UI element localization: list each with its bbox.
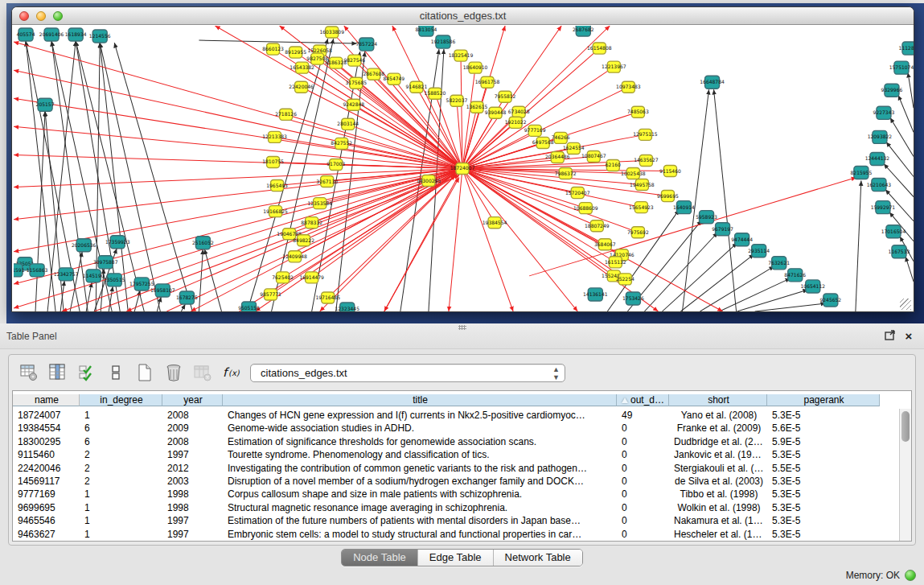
citation-graph[interactable]: 8660123891295515226058982750881863289827… — [14, 26, 914, 311]
cell-in_degree[interactable]: 2 — [80, 475, 162, 488]
cell-name[interactable]: 9699695 — [13, 501, 80, 514]
cited-node[interactable]: 917003 — [326, 159, 345, 170]
cited-node[interactable]: 8427552 — [331, 138, 352, 149]
close-panel-icon[interactable]: × — [901, 329, 916, 344]
cell-title[interactable]: Genome-wide association studies in ADHD. — [223, 422, 617, 435]
paper-node[interactable]: 12093822 — [868, 130, 893, 143]
cell-pagerank[interactable]: 5.3E-5 — [767, 488, 880, 501]
cited-node[interactable]: 1615132 — [605, 257, 626, 268]
paper-node[interactable]: 9474444 — [731, 233, 753, 246]
cell-year[interactable]: 1997 — [162, 528, 223, 541]
cell-pagerank[interactable]: 5.3E-5 — [767, 501, 880, 514]
paper-node[interactable]: 8813054 — [416, 26, 437, 36]
cell-title[interactable]: Estimation of the future numbers of pati… — [223, 514, 617, 527]
paper-node[interactable]: 9227343 — [873, 106, 895, 119]
column-header-name[interactable]: name — [13, 394, 80, 406]
cited-node[interactable]: 22420046 — [289, 81, 314, 93]
vertical-scrollbar[interactable] — [899, 409, 911, 541]
cell-out_de[interactable]: 0 — [617, 422, 669, 435]
citation-edge[interactable] — [714, 89, 737, 311]
cited-node[interactable]: 7955812 — [495, 91, 516, 102]
citation-edge[interactable] — [908, 72, 914, 108]
cell-in_degree[interactable]: 1 — [80, 501, 162, 514]
column-header-short[interactable]: short — [669, 394, 767, 406]
citation-edge[interactable] — [700, 266, 774, 311]
citation-edge[interactable] — [204, 249, 221, 311]
citation-edge[interactable] — [737, 290, 808, 311]
cited-node[interactable]: 2803144 — [337, 118, 359, 130]
cited-node[interactable]: 1921022 — [505, 117, 527, 128]
cell-title[interactable]: Disruption of a novel member of a sodium… — [223, 475, 617, 488]
cited-node[interactable]: 18640910 — [463, 62, 488, 73]
cell-name[interactable]: 9463627 — [13, 528, 80, 541]
citation-edge[interactable] — [14, 169, 462, 284]
cited-node[interactable]: 12409948 — [282, 251, 307, 262]
cited-node[interactable]: 1624554 — [563, 142, 585, 154]
citation-edge[interactable] — [906, 257, 914, 282]
cell-name[interactable]: 9465546 — [13, 514, 80, 527]
citation-edge[interactable] — [644, 233, 717, 311]
cell-in_degree[interactable]: 2 — [80, 462, 162, 475]
paper-node[interactable]: 20691406 — [39, 28, 64, 41]
paper-node[interactable]: 9329966 — [881, 84, 903, 97]
paper-node[interactable]: 2516052 — [192, 237, 214, 249]
cell-title[interactable]: Corpus callosum shape and size in male p… — [223, 488, 617, 501]
cited-node[interactable]: 6497568 — [532, 137, 554, 148]
table-row[interactable]: 911546021997Tourette syndrome. Phenomeno… — [13, 448, 911, 461]
cell-in_degree[interactable]: 2 — [80, 448, 162, 461]
paper-node[interactable]: 1640914 — [673, 201, 695, 214]
paper-node[interactable]: 16648784 — [700, 76, 725, 89]
cited-node[interactable]: 10688609 — [573, 203, 598, 214]
cell-short[interactable]: Stergiakouli et al. (2012) — [669, 462, 767, 475]
cited-node[interactable]: 9857771 — [260, 289, 281, 300]
cell-name[interactable]: 19384554 — [13, 422, 80, 435]
citation-edge[interactable] — [181, 304, 185, 311]
cell-short[interactable]: Franke et al. (2009) — [669, 422, 767, 435]
cell-pagerank[interactable]: 5.3E-5 — [767, 409, 880, 422]
cell-title[interactable]: Embryonic stem cells: a model to study s… — [223, 528, 617, 541]
table-row[interactable]: 969969511998Structural magnetic resonanc… — [13, 501, 911, 514]
cited-node[interactable]: 16961758 — [475, 76, 500, 88]
delete-rows-icon[interactable] — [163, 362, 184, 383]
cited-node[interactable]: 3684067 — [594, 239, 616, 250]
float-panel-icon[interactable] — [884, 329, 898, 344]
cell-short[interactable]: de Silva et al. (2003) — [669, 475, 767, 488]
cell-in_degree[interactable]: 1 — [80, 514, 162, 527]
paper-node[interactable]: 14136141 — [583, 288, 608, 301]
citation-edge[interactable] — [14, 42, 462, 168]
cited-node[interactable]: 6734028 — [508, 106, 530, 117]
table-settings-icon[interactable] — [18, 362, 39, 383]
citation-edge[interactable] — [755, 303, 826, 311]
cited-node[interactable]: 3267130 — [316, 176, 338, 187]
cell-out_de[interactable]: 0 — [617, 514, 669, 527]
cell-title[interactable]: Changes of HCN gene expression and I(f) … — [223, 409, 617, 422]
cell-short[interactable]: Wolkin et al. (1998) — [669, 501, 767, 514]
function-builder-icon[interactable]: f(x) — [221, 362, 242, 383]
paper-node[interactable]: 1618934 — [65, 28, 87, 41]
cited-node[interactable]: 19495758 — [630, 179, 655, 191]
cell-year[interactable]: 2009 — [162, 422, 223, 435]
paper-node[interactable]: 1167533 — [889, 245, 910, 258]
column-header-pagerank[interactable]: pagerank — [767, 394, 880, 406]
cell-year[interactable]: 2008 — [162, 435, 223, 448]
cell-out_de[interactable]: 0 — [617, 488, 669, 501]
cell-short[interactable]: Nakamura et al. (1997) — [669, 514, 767, 527]
table-row[interactable]: 1830029562008Estimation of significance … — [13, 435, 911, 448]
cited-node[interactable]: 1965493 — [266, 180, 288, 192]
cell-name[interactable]: 9777169 — [13, 488, 80, 501]
cell-pagerank[interactable]: 5.3E-5 — [767, 528, 880, 541]
cell-pagerank[interactable]: 5.9E-5 — [767, 435, 880, 448]
cited-node[interactable]: 2718126 — [275, 109, 297, 120]
cell-out_de[interactable]: 0 — [617, 475, 669, 488]
cell-in_degree[interactable]: 1 — [80, 528, 162, 541]
cell-pagerank[interactable]: 5.6E-5 — [767, 422, 880, 435]
cited-node[interactable]: 18325419 — [449, 50, 474, 61]
paper-node[interactable]: 2935114 — [748, 245, 770, 257]
citation-edge[interactable] — [856, 181, 861, 311]
paper-node[interactable]: 7857224 — [355, 38, 377, 51]
cited-node[interactable]: 10025438 — [621, 167, 646, 179]
paper-node[interactable]: 16210643 — [867, 179, 892, 192]
cell-in_degree[interactable]: 1 — [80, 488, 162, 501]
paper-node[interactable]: 1112844 — [899, 42, 914, 55]
citation-edge[interactable] — [662, 243, 737, 311]
